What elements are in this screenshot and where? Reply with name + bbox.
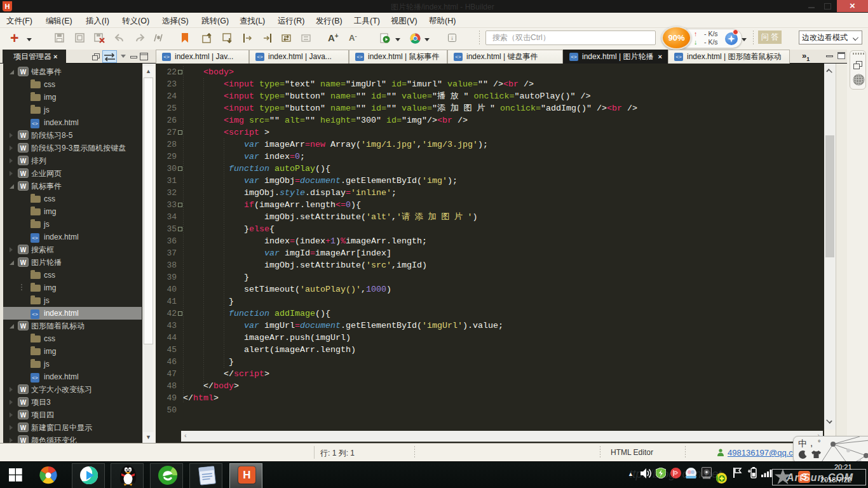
svg-text:i: i [451, 35, 453, 41]
